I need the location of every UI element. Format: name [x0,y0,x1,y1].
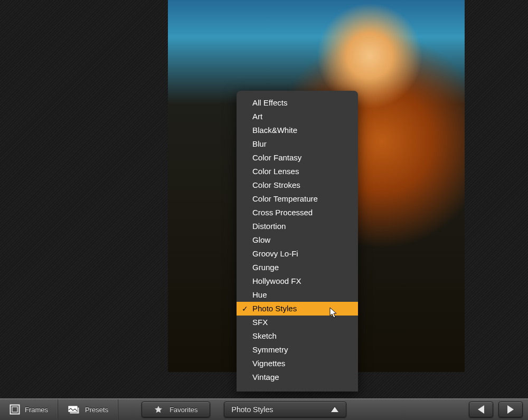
effects-menu-item[interactable]: Cross Processed [237,206,358,219]
effects-menu-item-label: Black&White [252,126,297,135]
effects-menu-item-label: Hollywood FX [252,276,301,285]
effects-menu-item[interactable]: Color Lenses [237,165,358,178]
effects-menu-item-label: Glow [252,235,270,244]
triangle-left-icon [478,405,484,414]
favorites-button[interactable]: Favorites [142,402,210,417]
prev-button[interactable] [469,402,493,417]
effects-dropdown-label: Photo Styles [232,405,274,414]
next-button[interactable] [498,402,523,417]
effects-menu-item[interactable]: Vintage [237,370,358,384]
effects-menu-item[interactable]: Sketch [237,329,358,343]
effects-menu-item-label: Color Fantasy [252,153,301,162]
effects-menu-item[interactable]: Blur [237,137,358,151]
effects-menu-item[interactable]: Black&White [237,123,358,137]
effects-menu-item-label: Groovy Lo-Fi [252,249,298,258]
frames-label: Frames [25,406,48,414]
effects-menu-item-label: Sketch [252,331,277,340]
effects-menu-item[interactable]: All Effects [237,96,358,110]
effects-menu-item[interactable]: Hollywood FX [237,274,358,288]
effects-menu-item-label: Art [252,112,262,121]
effects-menu-item-label: Symmetry [252,345,288,354]
effects-menu-item-label: Color Lenses [252,167,299,176]
chevron-up-icon [331,407,338,412]
favorites-label: Favorites [169,406,197,414]
triangle-right-icon [507,405,514,414]
presets-label: Presets [85,406,108,414]
presets-icon [68,405,80,414]
svg-rect-1 [12,407,17,412]
effects-category-menu[interactable]: All EffectsArtBlack&WhiteBlurColor Fanta… [237,91,358,392]
frames-icon [10,404,20,415]
effects-menu-item[interactable]: SFX [237,316,358,329]
effects-menu-item-label: Color Temperature [252,194,318,203]
effects-menu-item[interactable]: Vignettes [237,357,358,370]
effects-menu-item-label: Cross Processed [252,208,313,217]
effects-menu-item-label: All Effects [252,98,287,107]
effects-menu-item[interactable]: Glow [237,233,358,247]
effects-menu-item-label: Vignettes [252,359,285,368]
effects-menu-item-label: SFX [252,318,268,327]
effects-menu-item[interactable]: Art [237,110,358,123]
effects-menu-item-label: Distortion [252,222,286,231]
effects-menu-item[interactable]: Hue [237,288,358,302]
effects-menu-item-label: Blur [252,139,267,148]
presets-button[interactable]: Presets [58,399,118,419]
svg-rect-0 [11,405,20,414]
effects-menu-item[interactable]: Color Fantasy [237,151,358,165]
effects-menu-item[interactable]: Color Strokes [237,178,358,192]
effects-menu-item[interactable]: Groovy Lo-Fi [237,247,358,261]
bottom-toolbar: Frames Presets Favorites Photo Styles [0,398,528,420]
effects-menu-item[interactable]: ✓Photo Styles [237,302,358,316]
effects-menu-item[interactable]: Symmetry [237,343,358,357]
effects-menu-item[interactable]: Grunge [237,261,358,274]
effects-menu-item-label: Photo Styles [252,304,297,313]
star-icon [154,405,163,414]
effects-menu-item-label: Color Strokes [252,180,300,189]
effects-menu-item-label: Vintage [252,373,279,381]
checkmark-icon: ✓ [242,303,248,314]
effects-menu-item[interactable]: Distortion [237,219,358,233]
effects-menu-item-label: Grunge [252,263,279,272]
effects-menu-item-label: Hue [252,290,267,299]
frames-button[interactable]: Frames [0,399,58,419]
effects-dropdown[interactable]: Photo Styles [224,402,346,417]
effects-menu-item[interactable]: Color Temperature [237,192,358,206]
